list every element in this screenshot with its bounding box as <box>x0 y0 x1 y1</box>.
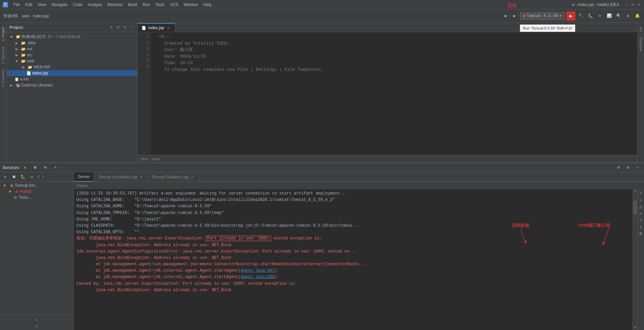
menu-view[interactable]: View <box>35 2 49 8</box>
collapse-all-icon[interactable]: ⊟ <box>34 323 40 329</box>
web-expand-icon: ▼ <box>14 58 19 64</box>
forward-button[interactable]: ▶ <box>511 12 519 20</box>
build-button[interactable]: 🔨 <box>577 12 585 20</box>
tree-indexjsp[interactable]: 📄 index.jsp <box>7 70 137 76</box>
tree-tomcat-server[interactable]: ▼ 🖥 Tomcat Ser... <box>0 182 73 188</box>
back-button[interactable]: ◀ <box>501 12 509 20</box>
breadcrumb-html[interactable]: html <box>140 157 149 161</box>
eiml-label: e.iml <box>20 77 29 81</box>
tab-catalina-close[interactable]: ✕ <box>190 175 195 179</box>
tab-close-icon[interactable]: ✕ <box>166 25 171 30</box>
services-minimize-btn[interactable]: — <box>633 164 641 172</box>
agent-link-1[interactable]: Agent.java:447 <box>241 268 275 273</box>
menu-navigate[interactable]: Navigate <box>49 2 70 8</box>
code-line-3: User: 杨小冥 <box>154 47 635 53</box>
chevron-down-icon: ▾ <box>559 13 562 18</box>
tree-stop-btn[interactable]: ⏹ <box>10 173 18 181</box>
menu-edit[interactable]: Edit <box>22 2 35 8</box>
output-line-11: java.net.BindException: Address already … <box>76 255 630 261</box>
services-more-btn[interactable]: » <box>51 164 59 172</box>
menu-run[interactable]: Run <box>140 2 153 8</box>
run-button[interactable]: ▶ Run 'Tomcat 8.5.59' Shift+F10 <box>566 11 576 21</box>
breadcrumb-web[interactable]: web <box>21 14 30 18</box>
tree-run-btn[interactable]: ▶ <box>1 173 9 181</box>
breadcrumb-body[interactable]: body <box>151 157 160 161</box>
tab-server-label: Server <box>78 174 90 179</box>
tree-debug-btn[interactable]: 🐛 <box>19 173 27 181</box>
scroll-to-top-icon[interactable]: ⤒ <box>638 190 644 196</box>
tree-failed[interactable]: ▼ ⊗ Failed <box>0 188 73 195</box>
tab-structure[interactable]: Z: Structure <box>1 44 6 66</box>
menu-vcs[interactable]: VCS <box>167 2 181 8</box>
tab-catalina-log[interactable]: Tomcat Catalina Log ✕ <box>148 172 199 182</box>
root-label: 快速e线 [e] D: <box>21 34 47 40</box>
right-tab-ant[interactable]: Ant <box>638 24 643 35</box>
coverage-button[interactable]: ⊙ <box>596 12 604 20</box>
scroll-down-arrow[interactable]: ▼ <box>633 325 638 330</box>
minimize-button[interactable]: — <box>625 2 629 7</box>
tab-server[interactable]: Server <box>74 172 94 182</box>
tab-localhost-log[interactable]: Tomcat Localhost Log ✕ <box>94 172 148 182</box>
scroll-up-arrow[interactable]: ▲ <box>633 189 638 194</box>
scroll-track[interactable] <box>633 194 637 325</box>
menu-file[interactable]: File <box>11 2 22 8</box>
print-icon[interactable]: 🖨 <box>638 204 644 209</box>
clear-icon[interactable]: ⊘ <box>638 211 644 216</box>
services-gear-icon[interactable]: ⚙ <box>614 164 623 172</box>
filter-icon[interactable]: ⚲ <box>638 217 644 223</box>
profile-button[interactable]: 📊 <box>605 12 613 20</box>
tomcat-selector[interactable]: ⚙ Tomcat 8.5.59 ▾ <box>520 12 565 20</box>
menu-tools[interactable]: Tools <box>153 2 167 8</box>
panel-add-btn[interactable]: ⊕ <box>108 24 114 31</box>
breadcrumb-file[interactable]: index.jsp <box>33 14 50 18</box>
tree-out[interactable]: ▶ 📂 out <box>7 46 137 52</box>
panel-close-btn[interactable]: — <box>128 24 135 31</box>
tree-webinf[interactable]: ▶ 📂 WEB-INF <box>7 64 137 70</box>
code-content[interactable]: <%-- Created by IntelliJ IDEA. User: 杨小冥… <box>151 32 637 155</box>
debug-button[interactable]: 🐛 <box>586 12 594 20</box>
menu-analyze[interactable]: Analyze <box>85 2 105 8</box>
right-tab-database[interactable]: Database <box>638 35 643 54</box>
settings-button[interactable]: ⚙ <box>624 12 632 20</box>
window-title: e - index.jsp - IntelliJ IDEA <box>572 2 619 7</box>
agent-link-2[interactable]: Agent.java:599 <box>241 275 275 279</box>
panel-settings-btn[interactable]: ⚙ <box>122 24 128 31</box>
code-line-1: <%-- <box>154 34 635 40</box>
menu-refactor[interactable]: Refactor <box>105 2 125 8</box>
maximize-button[interactable]: ❐ <box>631 2 635 7</box>
webinf-folder-icon: 📂 <box>28 64 33 70</box>
tree-root[interactable]: ▼ 📁 快速e线 [e] D: 第一个项目\快速e线 <box>7 34 137 40</box>
output-content[interactable]: [2020-11-25 10:30:53,707] Artifact e:war… <box>74 189 633 330</box>
tab-localhost-close[interactable]: ✕ <box>139 175 143 179</box>
services-run-btn[interactable]: ▶ <box>21 164 29 172</box>
tab-project[interactable]: 1: Project <box>1 24 6 44</box>
error-status-icon: ⊗ <box>14 189 19 194</box>
tree-eiml[interactable]: 📋 e.iml <box>7 76 137 82</box>
notifications-button[interactable]: 🔔 <box>633 12 641 20</box>
tree-idea[interactable]: ▶ 📂 .idea <box>7 40 137 46</box>
tree-extlibs[interactable]: ▶ 📚 External Libraries <box>7 82 137 88</box>
services-stop-btn[interactable]: ⏹ <box>31 164 39 172</box>
search-everywhere[interactable]: 🔍 <box>614 12 623 20</box>
fold-icon[interactable]: ❙ <box>638 224 644 229</box>
menu-code[interactable]: Code <box>70 2 85 8</box>
tree-bottom-actions: ↺ ⊟ <box>0 315 73 330</box>
refresh-icon[interactable]: ↺ <box>34 317 40 322</box>
services-settings-icon[interactable]: ⚙ <box>624 164 632 172</box>
services-group-btn[interactable]: ⊞ <box>41 164 49 172</box>
editor-breadcrumb: html › body <box>138 155 637 162</box>
tree-src[interactable]: ▶ 📂 src <box>7 52 137 58</box>
breadcrumb-root[interactable]: 快速e线 <box>3 13 18 19</box>
tree-web[interactable]: ▼ 📂 web <box>7 58 137 64</box>
editor-tab-indexjsp[interactable]: 📄 index.jsp ✕ <box>138 23 175 32</box>
menu-help[interactable]: Help <box>201 2 214 8</box>
panel-collapse-btn[interactable]: ⊟ <box>115 24 121 31</box>
tree-restart-btn[interactable]: ↺ <box>28 173 36 181</box>
menu-build[interactable]: Build <box>125 2 140 8</box>
menu-window[interactable]: Window <box>181 2 201 8</box>
tab-bookmarks[interactable]: 2: Favorites <box>1 67 6 90</box>
tree-tomcat-instance[interactable]: ⚙ Tomc... <box>0 195 73 201</box>
scroll-to-end-icon[interactable]: ⤓ <box>638 197 644 203</box>
trash-icon[interactable]: 🗑 <box>638 231 644 236</box>
close-button[interactable]: ✕ <box>637 2 641 7</box>
